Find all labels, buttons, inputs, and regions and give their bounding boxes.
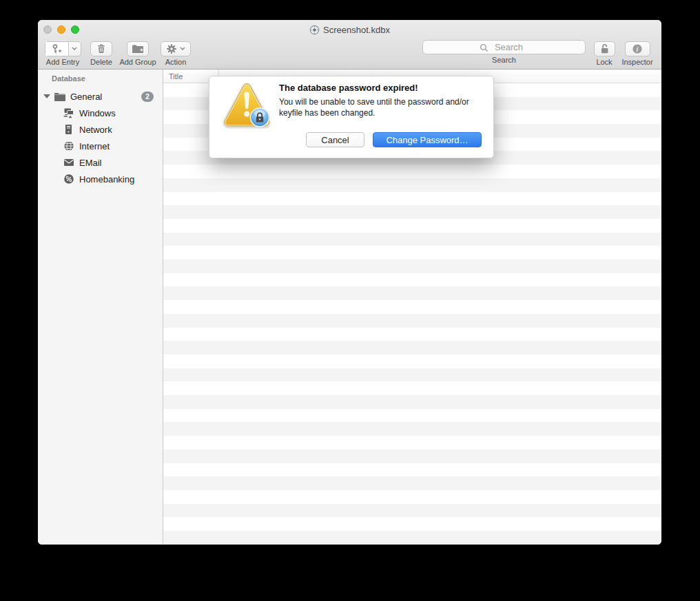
sidebar-item-label: Internet [79, 141, 110, 151]
titlebar: Screenshot.kdbx [38, 20, 661, 70]
search-field[interactable] [422, 40, 586, 54]
disclosure-triangle-icon[interactable] [43, 94, 50, 98]
sidebar-item-network[interactable]: Network [38, 121, 163, 138]
svg-text:i: i [637, 45, 639, 53]
folder-plus-icon [132, 44, 144, 54]
screen: Screenshot.kdbx [0, 0, 700, 601]
group-tree: General 2 Windows [38, 88, 163, 187]
sidebar-section-header: Database [52, 74, 85, 83]
window-title-text: Screenshot.kdbx [323, 25, 390, 35]
add-group-button[interactable] [127, 41, 149, 56]
inspector-label: Inspector [621, 58, 652, 66]
sidebar-item-label: Network [79, 125, 112, 135]
trash-icon [96, 43, 107, 54]
inspector-button[interactable]: i [625, 41, 650, 56]
sidebar-item-label: Homebanking [79, 174, 134, 184]
search-label: Search [492, 56, 516, 64]
sidebar-item-windows[interactable]: Windows [38, 105, 163, 121]
percent-icon [63, 173, 74, 185]
server-icon [63, 124, 74, 136]
sidebar: Database General 2 [38, 70, 163, 545]
sidebar-item-internet[interactable]: Internet [38, 138, 163, 154]
add-entry-button[interactable] [45, 41, 81, 56]
action-button[interactable] [161, 41, 191, 56]
lock-label: Lock [596, 58, 612, 66]
dialog-title: The database password expired! [279, 83, 418, 93]
document-icon [309, 25, 320, 35]
sidebar-item-email[interactable]: EMail [38, 154, 163, 171]
envelope-icon [63, 157, 74, 169]
entry-count-badge: 2 [141, 92, 154, 102]
sidebar-item-general[interactable]: General 2 [38, 88, 163, 105]
sidebar-item-label: Windows [79, 108, 116, 118]
key-plus-icon[interactable] [45, 42, 68, 56]
add-entry-label: Add Entry [46, 58, 79, 66]
sidebar-item-label: EMail [79, 158, 102, 168]
globe-icon [63, 140, 74, 152]
delete-button[interactable] [90, 41, 112, 56]
search-input[interactable] [423, 41, 585, 54]
password-expired-dialog: The database password expired! You will … [209, 76, 494, 158]
folder-icon [54, 91, 65, 103]
dialog-message: You will be unable to save until the pas… [279, 97, 493, 118]
chevron-down-icon [72, 47, 77, 51]
column-header-title[interactable]: Title [163, 72, 183, 81]
app-window: Screenshot.kdbx [38, 20, 661, 545]
delete-label: Delete [90, 58, 112, 66]
sidebar-item-label: General [70, 92, 102, 102]
warning-triangle-lock-icon [220, 81, 277, 131]
magnifier-icon [480, 43, 488, 52]
gear-icon [166, 43, 177, 54]
window-title: Screenshot.kdbx [38, 23, 661, 36]
sidebar-item-homebanking[interactable]: Homebanking [38, 171, 163, 187]
cancel-button[interactable]: Cancel [306, 132, 364, 147]
info-icon: i [632, 43, 643, 54]
change-password-button[interactable]: Change Password… [373, 132, 482, 147]
chevron-down-icon [180, 47, 185, 51]
add-group-label: Add Group [119, 58, 156, 66]
add-entry-dropdown[interactable] [68, 42, 81, 56]
open-padlock-icon [599, 43, 610, 54]
lock-button[interactable] [594, 41, 615, 56]
windows-network-icon [63, 107, 74, 119]
action-label: Action [165, 58, 187, 66]
